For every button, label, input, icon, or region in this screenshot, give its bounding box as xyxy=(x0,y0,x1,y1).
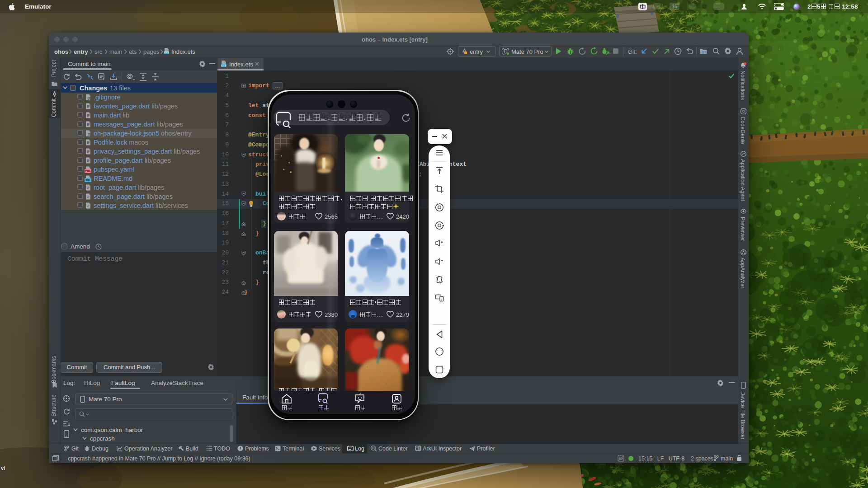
svg-text:ETS: ETS xyxy=(222,64,226,67)
svg-text:ETS: ETS xyxy=(164,51,169,54)
svg-text:G: G xyxy=(742,109,745,113)
